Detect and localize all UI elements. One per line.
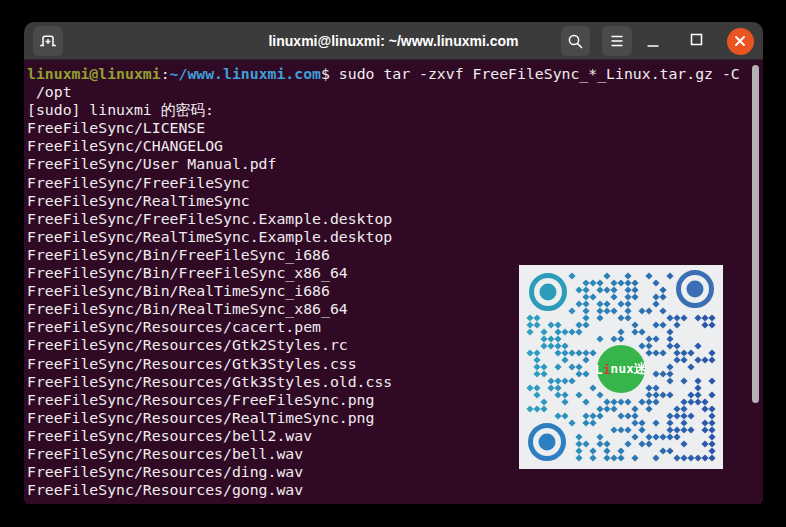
terminal-output-line: FreeFileSync/FreeFileSync — [27, 174, 763, 192]
menu-button[interactable] — [602, 26, 632, 56]
minimize-icon — [646, 29, 660, 54]
close-button[interactable] — [724, 22, 756, 60]
terminal-output-line: FreeFileSync/Bin/FreeFileSync_i686 — [27, 246, 763, 264]
prompt-path: ~/www.linuxmi.com — [170, 65, 321, 82]
terminal-output-line: FreeFileSync/Resources/gong.wav — [27, 481, 763, 499]
terminal-output-line: FreeFileSync/FreeFileSync.Example.deskto… — [27, 210, 763, 228]
prompt-line: linuxmi@linuxmi:~/www.linuxmi.com$ sudo … — [27, 65, 763, 83]
prompt-user-host: linuxmi@linuxmi — [27, 65, 161, 82]
terminal-output-line: FreeFileSync/CHANGELOG — [27, 137, 763, 155]
search-button[interactable] — [561, 26, 590, 56]
terminal-output-line: FreeFileSync/RealTimeSync — [27, 192, 763, 210]
qr-center-logo: Linux迷 — [597, 345, 645, 393]
command-text: sudo tar -zxvf FreeFileSync_*_Linux.tar.… — [330, 65, 740, 82]
close-icon — [727, 28, 754, 55]
terminal-output-line: FreeFileSync/RealTimeSync.Example.deskto… — [27, 228, 763, 246]
search-icon — [567, 33, 584, 50]
sudo-password-prompt: [sudo] linuxmi 的密码: — [27, 101, 763, 119]
qr-finder-top-left — [529, 273, 567, 311]
terminal-output-line: FreeFileSync/LICENSE — [27, 119, 763, 137]
maximize-button[interactable] — [682, 22, 710, 60]
qr-finder-bottom-left — [528, 423, 566, 461]
terminal[interactable]: linuxmi@linuxmi:~/www.linuxmi.com$ sudo … — [24, 60, 763, 504]
scrollbar-thumb[interactable] — [752, 65, 759, 403]
titlebar: linuxmi@linuxmi: ~/www.linuxmi.com — [24, 22, 763, 60]
qr-finder-top-right — [676, 270, 714, 308]
qr-code: Linux迷 — [519, 265, 723, 469]
minimize-button[interactable] — [639, 22, 667, 60]
hamburger-menu-icon — [609, 34, 625, 48]
command-wrapped-line: /opt — [27, 83, 763, 101]
maximize-icon — [690, 33, 703, 49]
terminal-output-line: FreeFileSync/User Manual.pdf — [27, 155, 763, 173]
terminal-window: linuxmi@linuxmi: ~/www.linuxmi.com — [24, 22, 763, 505]
